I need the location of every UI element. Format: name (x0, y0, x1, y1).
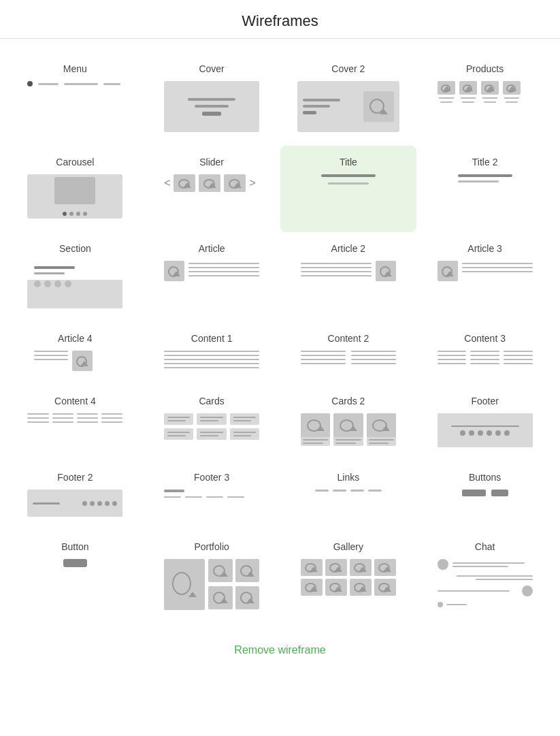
wireframe-item-button[interactable]: Button (7, 530, 144, 624)
wireframe-item-chat[interactable]: Chat (416, 530, 553, 624)
wireframe-label-cards: Cards (199, 396, 224, 406)
wireframe-item-content2[interactable]: Content 2 (280, 322, 417, 385)
wireframe-item-footer2[interactable]: Footer 2 (7, 461, 144, 530)
wireframe-item-carousel[interactable]: Carousel (7, 146, 144, 232)
wireframe-label-article3: Article 3 (467, 243, 502, 254)
wireframe-label-article4: Article 4 (58, 333, 93, 344)
wireframe-item-content1[interactable]: Content 1 (144, 322, 280, 385)
wireframe-label-chat: Chat (475, 541, 495, 552)
wireframe-label-carousel: Carousel (56, 157, 94, 167)
wireframe-label-button: Button (61, 541, 88, 552)
wireframe-item-cover2[interactable]: Cover 2 (280, 52, 417, 146)
wireframe-label-links: Links (337, 472, 360, 483)
wireframe-label-section: Section (59, 243, 91, 254)
wireframe-item-slider[interactable]: Slider<> (144, 146, 280, 232)
wireframe-label-content3: Content 3 (464, 333, 506, 344)
wireframe-item-article2[interactable]: Article 2 (280, 232, 417, 322)
wireframe-label-menu: Menu (63, 63, 87, 74)
wireframe-item-title[interactable]: Title (280, 146, 417, 232)
wireframe-item-footer3[interactable]: Footer 3 (144, 461, 280, 530)
wireframe-item-content3[interactable]: Content 3 (416, 322, 553, 385)
wireframe-label-footer2: Footer 2 (57, 472, 93, 483)
wireframe-item-cards[interactable]: Cards (144, 385, 280, 461)
wireframe-label-article: Article (199, 243, 225, 254)
wireframe-label-products: Products (466, 63, 504, 74)
wireframe-label-buttons: Buttons (469, 472, 501, 483)
wireframes-grid: MenuCoverCover 2ProductsCarouselSlider<>… (0, 46, 560, 630)
wireframe-label-cards2: Cards 2 (331, 396, 365, 406)
wireframe-item-title2[interactable]: Title 2 (416, 146, 553, 232)
wireframe-item-article3[interactable]: Article 3 (416, 232, 553, 322)
wireframe-item-products[interactable]: Products (416, 52, 553, 146)
wireframe-item-content4[interactable]: Content 4 (7, 385, 144, 461)
wireframe-item-menu[interactable]: Menu (7, 52, 144, 146)
page-title: Wireframes (0, 0, 560, 39)
remove-wireframe-button[interactable]: Remove wireframe (0, 630, 560, 667)
wireframe-item-cards2[interactable]: Cards 2 (280, 385, 417, 461)
wireframe-label-title2: Title 2 (472, 157, 498, 167)
wireframe-item-portfolio[interactable]: Portfolio (144, 530, 280, 624)
wireframe-label-title: Title (340, 157, 357, 167)
wireframe-label-content2: Content 2 (328, 333, 369, 344)
wireframe-item-gallery[interactable]: Gallery (280, 530, 417, 624)
wireframe-label-cover2: Cover 2 (331, 63, 365, 74)
wireframe-label-gallery: Gallery (333, 541, 363, 552)
wireframe-item-links[interactable]: Links (280, 461, 417, 530)
wireframe-label-article2: Article 2 (331, 243, 366, 254)
wireframe-item-footer[interactable]: Footer (416, 385, 553, 461)
wireframe-item-section[interactable]: Section (7, 232, 144, 322)
wireframe-item-article4[interactable]: Article 4 (7, 322, 144, 385)
wireframe-label-content1: Content 1 (191, 333, 233, 344)
wireframe-label-cover: Cover (199, 63, 224, 74)
wireframe-item-article[interactable]: Article (144, 232, 280, 322)
wireframe-label-footer3: Footer 3 (194, 472, 229, 483)
wireframe-label-portfolio: Portfolio (194, 541, 229, 552)
wireframe-label-footer: Footer (471, 396, 498, 406)
wireframe-label-slider: Slider (199, 157, 224, 167)
wireframe-item-buttons[interactable]: Buttons (416, 461, 553, 530)
wireframe-label-content4: Content 4 (54, 396, 96, 406)
wireframe-item-cover[interactable]: Cover (144, 52, 280, 146)
